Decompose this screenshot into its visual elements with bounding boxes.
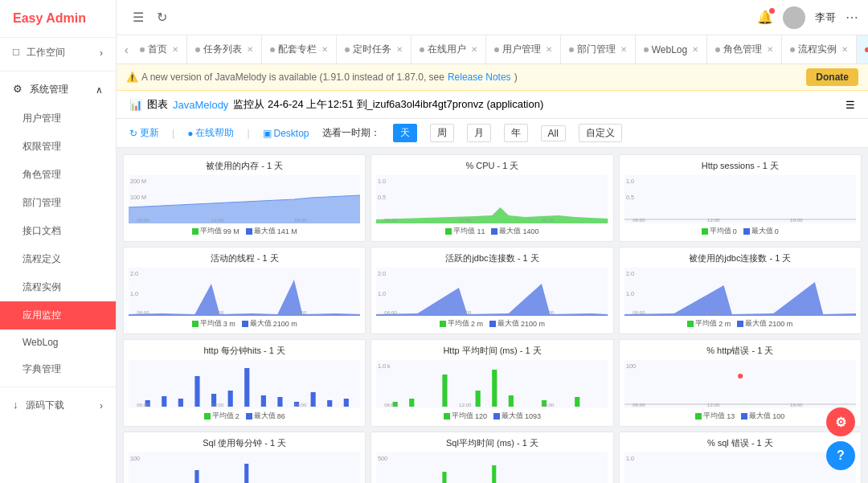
chart-http-error: % http错误 - 1 天 100 06:00 12:00 18:00 bbox=[619, 339, 862, 427]
tab-user-mgmt[interactable]: 用户管理 ✕ bbox=[486, 35, 561, 64]
user-name[interactable]: 李哥 bbox=[815, 10, 836, 25]
svg-text:12:00: 12:00 bbox=[211, 402, 224, 407]
menu-toggle-button[interactable]: ☰ bbox=[126, 6, 150, 28]
desktop-link[interactable]: ▣ Desktop bbox=[263, 128, 309, 139]
tab-home[interactable]: 首页 ✕ bbox=[132, 35, 187, 64]
svg-rect-56 bbox=[327, 400, 332, 407]
period-label: 选看一时期： bbox=[322, 126, 380, 140]
settings-circle-button[interactable]: ⚙ bbox=[826, 407, 855, 436]
tab-online-user[interactable]: 在线用户 ✕ bbox=[411, 35, 486, 64]
svg-text:18:00: 18:00 bbox=[294, 402, 307, 407]
svg-text:18:00: 18:00 bbox=[542, 309, 555, 315]
chart-cpu-legend: 平均值 11 最大值 1400 bbox=[376, 226, 608, 236]
chart-cpu-title: % CPU - 1 天 bbox=[376, 160, 608, 172]
chart-sql-error: % sql 错误 - 1 天 1.0 06:00 12:00 18:00 bbox=[619, 432, 862, 483]
period-custom-button[interactable]: 自定义 bbox=[579, 124, 622, 142]
tab-user-mgmt-close[interactable]: ✕ bbox=[546, 45, 552, 54]
tab-task-list-close[interactable]: ✕ bbox=[247, 45, 253, 54]
svg-rect-105 bbox=[624, 452, 856, 483]
donate-button[interactable]: Donate bbox=[806, 68, 858, 86]
chart-active-jdbc-legend: 平均值 2 m 最大值 2100 m bbox=[376, 318, 608, 329]
tab-app-monitor[interactable]: 应用监控 ✕ bbox=[857, 35, 868, 64]
charts-grid: 被使用的内存 - 1 天 200 M 100 M 06:0 bbox=[123, 154, 862, 483]
tab-prev-button[interactable]: ‹ bbox=[121, 43, 132, 56]
tab-weblog-close[interactable]: ✕ bbox=[692, 45, 698, 54]
svg-rect-52 bbox=[261, 395, 266, 407]
logo: Easy Admin bbox=[0, 0, 116, 38]
tab-dept-mgmt[interactable]: 部门管理 ✕ bbox=[561, 35, 636, 64]
source-label: 源码下载 bbox=[26, 399, 64, 411]
workspace-icon: □ bbox=[13, 46, 19, 58]
tab-scheduled-task-close[interactable]: ✕ bbox=[396, 45, 403, 54]
notification-bell[interactable]: 🔔 bbox=[757, 10, 773, 25]
svg-text:12:00: 12:00 bbox=[459, 402, 472, 407]
sidebar-item-app-monitor[interactable]: 应用监控 bbox=[0, 301, 116, 330]
sidebar-group-source[interactable]: ↓ 源码下载 › bbox=[0, 391, 116, 420]
sidebar-group-system[interactable]: ⚙ 系统管理 ∧ bbox=[0, 75, 116, 104]
java-melody-link[interactable]: JavaMelody bbox=[173, 99, 228, 111]
svg-text:18:00: 18:00 bbox=[790, 402, 803, 407]
tab-flow-inst[interactable]: 流程实例 ✕ bbox=[782, 35, 857, 64]
chart-toolbar: ↻ 更新 | ● 在线帮助 | ▣ Desktop 选看一时期： 天 周 月 年… bbox=[117, 119, 868, 148]
tab-matching-col-close[interactable]: ✕ bbox=[321, 45, 328, 54]
svg-rect-53 bbox=[277, 397, 282, 407]
svg-text:0.5: 0.5 bbox=[378, 194, 386, 201]
sidebar-item-perm-mgmt[interactable]: 权限管理 bbox=[0, 133, 116, 161]
chart-active-jdbc-area: 2.0 1.0 06:00 12:00 18:00 bbox=[376, 268, 608, 316]
chart-used-jdbc-legend: 平均值 2 m 最大值 2100 m bbox=[624, 318, 856, 329]
sidebar-item-weblog[interactable]: WebLog bbox=[0, 330, 116, 355]
chart-http-avg-time-legend: 平均值 120 最大值 1093 bbox=[376, 411, 608, 421]
chart-active-jdbc-title: 活跃的jdbc连接数 - 1 天 bbox=[376, 252, 608, 264]
chart-used-jdbc-area: 2.0 1.0 06:00 12:00 18:00 bbox=[624, 268, 856, 316]
sidebar-group-workspace[interactable]: □ 工作空间 › bbox=[0, 38, 116, 68]
tab-role-mgmt-close[interactable]: ✕ bbox=[767, 45, 773, 54]
period-month-button[interactable]: 月 bbox=[467, 124, 491, 142]
tab-matching-col[interactable]: 配套专栏 ✕ bbox=[262, 35, 337, 64]
release-notes-link[interactable]: Release Notes bbox=[448, 72, 511, 83]
tab-weblog[interactable]: WebLog ✕ bbox=[636, 35, 707, 64]
period-year-button[interactable]: 年 bbox=[504, 124, 528, 142]
update-link[interactable]: ↻ 更新 bbox=[129, 126, 159, 140]
svg-rect-51 bbox=[244, 368, 249, 407]
tab-role-mgmt[interactable]: 角色管理 ✕ bbox=[707, 35, 782, 64]
more-options-icon[interactable]: ⋯ bbox=[845, 10, 858, 25]
help-link[interactable]: ● 在线帮助 bbox=[187, 126, 234, 140]
period-week-button[interactable]: 周 bbox=[430, 124, 454, 142]
chart-http-error-area: 100 06:00 12:00 18:00 bbox=[624, 360, 856, 408]
chart-http-avg-time: Http 平均时间 (ms) - 1 天 1.0 k bbox=[371, 339, 613, 427]
header-menu-icon[interactable]: ☰ bbox=[845, 99, 855, 111]
svg-text:200 M: 200 M bbox=[130, 178, 146, 185]
logo-text: Easy Admin bbox=[13, 11, 86, 25]
sidebar-item-flow-def[interactable]: 流程定义 bbox=[0, 245, 116, 273]
tab-task-list[interactable]: 任务列表 ✕ bbox=[187, 35, 262, 64]
svg-rect-70 bbox=[575, 397, 579, 407]
chart-http-avg-time-title: Http 平均时间 (ms) - 1 天 bbox=[376, 345, 608, 357]
svg-text:1.0: 1.0 bbox=[626, 456, 634, 462]
chart-http-avg-time-area: 1.0 k 06:00 12:00 18:00 bbox=[376, 360, 608, 408]
svg-text:18:00: 18:00 bbox=[294, 309, 307, 315]
sidebar-item-role-mgmt[interactable]: 角色管理 bbox=[0, 161, 116, 189]
svg-text:12:00: 12:00 bbox=[211, 217, 224, 223]
sidebar-item-api-doc[interactable]: 接口文档 bbox=[0, 217, 116, 245]
refresh-button[interactable]: ↻ bbox=[150, 6, 174, 28]
tab-scheduled-task[interactable]: 定时任务 ✕ bbox=[337, 35, 411, 64]
sidebar-item-dict-mgmt[interactable]: 字典管理 bbox=[0, 355, 116, 383]
avatar[interactable] bbox=[783, 6, 805, 29]
period-day-button[interactable]: 天 bbox=[393, 124, 417, 142]
system-collapse-icon: ∧ bbox=[96, 84, 103, 96]
chart-http-sessions-legend: 平均值 0 最大值 0 bbox=[624, 226, 856, 236]
chart-sql-hits: Sql 使用每分钟 - 1 天 100 bbox=[123, 432, 366, 483]
chart-used-jdbc: 被使用的jdbc连接数 - 1 天 2.0 1.0 06:00 12:00 18… bbox=[619, 247, 862, 334]
period-all-button[interactable]: All bbox=[541, 125, 566, 141]
sidebar-item-flow-inst[interactable]: 流程实例 bbox=[0, 273, 116, 301]
sidebar-item-dept-mgmt[interactable]: 部门管理 bbox=[0, 189, 116, 217]
tab-home-close[interactable]: ✕ bbox=[172, 45, 178, 54]
help-circle-button[interactable]: ? bbox=[826, 441, 855, 470]
chart-sql-avg-time-title: Sql平均时间 (ms) - 1 天 bbox=[376, 437, 608, 449]
tab-online-user-close[interactable]: ✕ bbox=[471, 45, 477, 54]
chart-sql-error-title: % sql 错误 - 1 天 bbox=[624, 437, 856, 449]
tab-flow-inst-close[interactable]: ✕ bbox=[841, 45, 848, 54]
tab-dept-mgmt-close[interactable]: ✕ bbox=[620, 45, 627, 54]
chart-http-sessions-title: Http sessions - 1 天 bbox=[624, 160, 856, 172]
sidebar-item-user-mgmt[interactable]: 用户管理 bbox=[0, 104, 116, 133]
